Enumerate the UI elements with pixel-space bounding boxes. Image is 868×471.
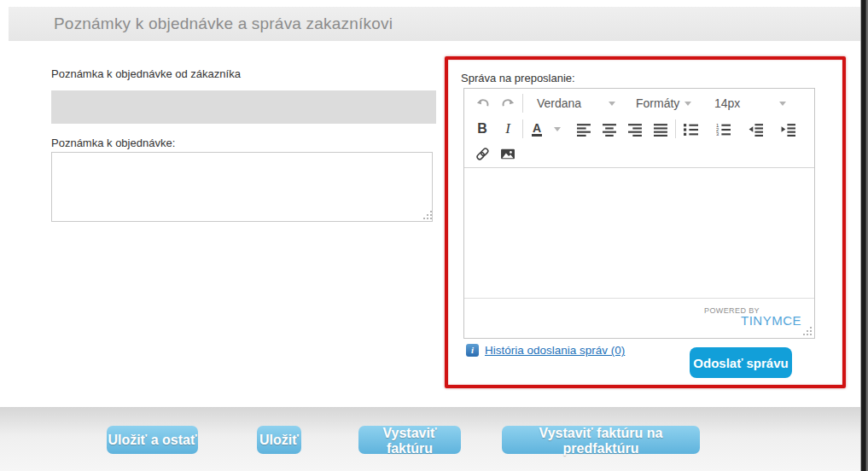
customer-note-label: Poznámka k objednávke od zákazníka xyxy=(51,67,241,80)
resize-grip-icon[interactable] xyxy=(802,326,813,336)
send-message-button[interactable]: Odoslať správu xyxy=(690,347,792,378)
redo-button[interactable] xyxy=(495,92,521,114)
tinymce-brand-link[interactable]: TINYMCE xyxy=(741,313,801,328)
page-title: Poznámky k objednávke a správa zakazníko… xyxy=(54,7,393,41)
issue-invoice-proforma-button[interactable]: Vystaviť faktúru na predfaktúru xyxy=(502,426,700,454)
align-center-icon xyxy=(603,122,617,137)
page-header: Poznámky k objednávke a správa zakazníko… xyxy=(9,7,860,41)
align-justify-icon xyxy=(654,122,668,137)
editor-toolbar: Verdana Formáty 14px B I xyxy=(464,89,814,168)
align-center-button[interactable] xyxy=(597,118,622,140)
save-button[interactable]: Uložiť xyxy=(257,426,301,454)
align-left-icon xyxy=(577,122,591,137)
info-icon: i xyxy=(466,344,479,357)
align-justify-button[interactable] xyxy=(648,118,673,140)
bold-button[interactable]: B xyxy=(469,118,495,140)
bullet-list-button[interactable] xyxy=(678,118,703,140)
align-right-icon xyxy=(628,122,643,137)
toolbar-row-3 xyxy=(464,142,814,166)
align-left-button[interactable] xyxy=(571,118,597,140)
formats-value: Formáty xyxy=(636,96,679,110)
formats-select[interactable]: Formáty xyxy=(631,92,706,114)
toolbar-separator xyxy=(522,119,523,138)
customer-note-field xyxy=(51,90,436,124)
image-icon xyxy=(500,147,516,161)
editor-content-area[interactable] xyxy=(464,168,814,298)
insert-link-button[interactable] xyxy=(469,143,495,166)
right-edge-strip xyxy=(860,0,868,471)
issue-invoice-button[interactable]: Vystaviť faktúru xyxy=(358,426,461,454)
font-size-value: 14px xyxy=(714,96,740,110)
text-color-dropdown[interactable] xyxy=(549,118,566,140)
insert-image-button[interactable] xyxy=(495,143,521,166)
indent-icon xyxy=(781,122,795,137)
tinymce-editor: Verdana Formáty 14px B I xyxy=(463,88,815,339)
italic-button[interactable]: I xyxy=(495,118,521,140)
bold-icon: B xyxy=(477,121,487,137)
align-right-button[interactable] xyxy=(622,118,648,140)
link-icon xyxy=(475,147,490,161)
outdent-icon xyxy=(749,122,763,137)
chevron-down-icon xyxy=(684,102,691,106)
text-color-icon: A xyxy=(532,122,542,137)
font-family-value: Verdana xyxy=(537,96,581,110)
history-link[interactable]: História odoslania správ (0) xyxy=(485,344,625,357)
order-notes-page: Poznámky k objednávke a správa zakazníko… xyxy=(0,0,868,471)
message-label: Správa na preposlanie: xyxy=(461,72,575,84)
bullet-list-icon xyxy=(684,122,698,137)
chevron-down-icon xyxy=(554,127,561,131)
font-size-select[interactable]: 14px xyxy=(709,92,791,114)
resize-grip-icon[interactable] xyxy=(422,210,433,220)
redo-icon xyxy=(501,96,516,111)
chevron-down-icon xyxy=(779,102,786,106)
toolbar-row-2: B I A xyxy=(464,116,814,142)
outdent-button[interactable] xyxy=(743,118,768,140)
toolbar-separator xyxy=(675,119,676,138)
chevron-down-icon xyxy=(609,102,615,106)
toolbar-row-1: Verdana Formáty 14px xyxy=(464,90,814,116)
undo-icon xyxy=(475,96,490,111)
numbered-list-icon: 123 xyxy=(716,122,731,137)
indent-button[interactable] xyxy=(775,118,801,140)
font-family-select[interactable]: Verdana xyxy=(532,92,620,114)
numbered-list-button[interactable]: 123 xyxy=(710,118,736,140)
save-and-stay-button[interactable]: Uložiť a ostať xyxy=(107,426,198,454)
order-note-field[interactable] xyxy=(51,152,433,222)
footer-bar: Uložiť a ostať Uložiť Vystaviť faktúru V… xyxy=(0,407,860,471)
undo-button[interactable] xyxy=(469,92,495,114)
order-note-label: Poznámka k objednávke: xyxy=(51,137,175,149)
text-color-button[interactable]: A xyxy=(525,118,549,140)
svg-text:3: 3 xyxy=(716,131,719,137)
editor-statusbar: POWERED BY TINYMCE xyxy=(464,298,814,337)
italic-icon: I xyxy=(505,120,510,137)
toolbar-separator xyxy=(522,94,523,113)
